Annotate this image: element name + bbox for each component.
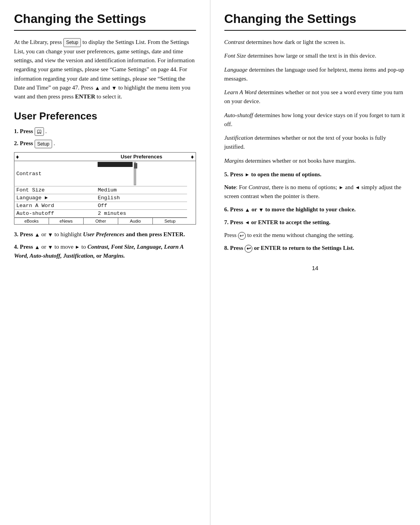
step1: 1. Press 🕮 . [14,127,196,136]
body3b-text: to select it. [96,93,122,100]
scrollbar [134,162,136,185]
lang-arrow: ► [45,195,48,201]
tab-audio: Audio [118,218,153,224]
step4-italic2: Margins. [103,253,125,259]
note-label: Note [224,184,236,190]
device-screen: ♦ User Preferences ♦ Contrast Fo [14,152,196,225]
left-column: Changing the Settings At the Library, pr… [0,0,210,525]
right-divider [224,30,406,31]
screen-row-contrast: Contrast [14,161,196,186]
step2: 2. Press Setup . [14,139,196,148]
nav-tabs-cell: eBooks eNews Other Audio Setup [14,218,187,225]
nav-tabs: eBooks eNews Other Audio Setup [14,218,187,224]
step5-tri: ► [245,171,250,179]
language-label: Language ► [14,194,96,202]
contrast-value [96,161,187,186]
autoshutoff-value: 2 minutes [96,210,187,218]
step5: 5. Press ► to open the menu of options. [224,170,406,179]
step7-num: 7. Press ◄ or ENTER to accept the settin… [224,219,331,225]
screen-icon-right: ♦ [187,153,196,161]
setup-button-icon: Setup [63,38,81,47]
right-column: Changing the Settings Contrast determine… [210,0,420,525]
step5-num: 5. Press ► to open the menu of options. [224,171,322,177]
contrast-rest: determines how dark or light the screen … [246,39,345,45]
screen-title-row: ♦ User Preferences ♦ [14,153,196,161]
learnword-para: Learn A Word determines whether or not y… [224,88,406,106]
exit-arrow-icon: ↩ [238,232,246,240]
section-user-prefs: User Preferences [14,110,196,122]
margins-rest: determines whether or not books have mar… [245,158,356,164]
page-number: 14 [224,265,406,271]
step3-down: ▼ [48,232,53,238]
language-rest: determines the language used for helptex… [224,67,404,82]
screen-icon-left: ♦ [14,153,96,161]
step8: 8. Press ↩ or ENTER to return to the Set… [224,244,406,253]
step2-label: 2. Press [14,140,33,146]
tab-setup: Setup [153,218,187,224]
justification-term: Justification [224,135,253,141]
step8-num: 8. Press ↩ or ENTER to return to the Set… [224,245,354,251]
step3: 3. Press ▲ or ▼ to highlight User Prefer… [14,230,196,239]
return-arrow-icon: ↩ [245,245,252,253]
screen-row-autoshutoff: Auto-shutoff 2 minutes [14,210,196,218]
and-text: and [102,84,110,91]
body1-text: At the Library, press [14,39,62,45]
tab-ebooks: eBooks [14,218,49,224]
step6-down: ▼ [258,207,264,212]
screen-nav-row: eBooks eNews Other Audio Setup [14,218,196,225]
page: Changing the Settings At the Library, pr… [0,0,420,525]
step4-down: ▼ [48,244,53,250]
up-arrow-sym: ▲ [94,85,100,91]
left-title: Changing the Settings [14,12,196,26]
step3-bold: User Preferences [83,231,124,237]
step3-num: 3. Press [14,231,33,237]
left-intro: At the Library, press Setup to display t… [14,38,196,102]
language-value: English [96,194,187,202]
contrast-para: Contrast determines how dark or light th… [224,38,406,47]
screen-row-language: Language ► English [14,194,196,202]
contrast-label: Contrast [14,161,96,186]
contrast-bar-area [98,162,185,185]
step4-up: ▲ [35,244,40,250]
right-title: Changing the Settings [224,12,406,26]
justification-para: Justification determines whether or not … [224,133,406,152]
fontsize-value: Medium [96,186,187,194]
step7-sub: Press ↩ to exit the menu without changin… [224,231,406,240]
tab-enews: eNews [49,218,84,224]
fontsize-para: Font Size determines how large or small … [224,51,406,60]
step4-num: 4. Press [14,244,33,250]
note-contrast: Contrast, [248,184,270,190]
autoshutoff-para: Auto-shutoff determines how long your de… [224,111,406,129]
learnword-term: Learn A Word [224,89,257,95]
step7-tri: ◄ [245,219,250,227]
screen-row-fontsize: Font Size Medium [14,186,196,194]
fontsize-term: Font Size [224,53,246,59]
screen-row-learnword: Learn A Word Off [14,202,196,210]
down-arrow-sym: ▼ [112,85,117,91]
fontsize-label: Font Size [14,186,96,194]
step3-up: ▲ [35,232,40,238]
fontsize-rest: determines how large or small the text i… [248,53,376,59]
step6: 6. Press ▲ or ▼ to move the highlight to… [224,205,406,214]
margins-para: Margins determines whether or not books … [224,156,406,165]
autoshutoff-label: Auto-shutoff [14,210,96,218]
step5-note: Note: For Contrast, there is no menu of … [224,183,406,201]
note-tri-r: ► [339,184,344,191]
autoshutoff-term: Auto-shutoff [224,112,253,118]
contrast-term: Contrast [224,39,245,45]
note-tri-l: ◄ [355,184,360,191]
step4-pointer: ► [75,243,80,251]
open-book-icon: 🕮 [35,127,44,136]
step7: 7. Press ◄ or ENTER to accept the settin… [224,218,406,227]
left-divider [14,30,196,31]
step4: 4. Press ▲ or ▼ to move ► to Contrast, F… [14,242,196,261]
learnword-value: Off [96,202,187,210]
enter-label: ENTER [75,93,95,100]
contrast-bar [98,162,133,167]
step6-num: 6. Press ▲ or ▼ to move the highlight to… [224,206,356,212]
setup-kbd-icon: Setup [35,140,52,149]
margins-term: Margins [224,158,244,164]
language-term: Language [224,67,248,73]
step6-up: ▲ [245,207,250,212]
screen-title: User Preferences [96,153,187,161]
